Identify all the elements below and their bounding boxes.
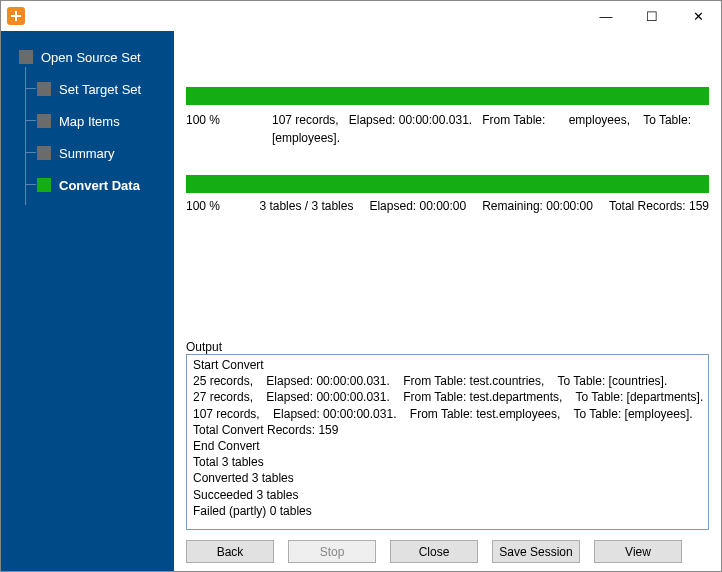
view-button[interactable]: View bbox=[594, 540, 682, 563]
sidebar-item-set-target-set[interactable]: Set Target Set bbox=[1, 73, 174, 105]
stop-button[interactable]: Stop bbox=[288, 540, 376, 563]
from-table-label: From Table: bbox=[482, 113, 545, 127]
output-text: Start Convert 25 records, Elapsed: 00:00… bbox=[193, 358, 703, 518]
table-remaining: Remaining: 00:00:00 bbox=[482, 199, 593, 213]
record-progress-percent: 100 % bbox=[186, 111, 266, 147]
sidebar-item-label: Summary bbox=[59, 146, 115, 161]
sidebar-item-summary[interactable]: Summary bbox=[1, 137, 174, 169]
sidebar-item-label: Convert Data bbox=[59, 178, 140, 193]
to-table-value: [employees]. bbox=[272, 131, 340, 145]
maximize-button[interactable]: ☐ bbox=[629, 1, 675, 31]
sidebar-item-label: Set Target Set bbox=[59, 82, 141, 97]
main-panel: 100 % 107 records, Elapsed: 00:00:00.031… bbox=[174, 31, 721, 571]
save-session-button[interactable]: Save Session bbox=[492, 540, 580, 563]
window-controls: — ☐ ✕ bbox=[583, 1, 721, 31]
from-table-value: employees, bbox=[569, 113, 630, 127]
sidebar-item-map-items[interactable]: Map Items bbox=[1, 105, 174, 137]
app-window: — ☐ ✕ Open Source Set Set Target Set bbox=[0, 0, 722, 572]
table-progress-section: 100 % 3 tables / 3 tables Elapsed: 00:00… bbox=[186, 175, 709, 213]
record-count: 107 records, bbox=[272, 113, 339, 127]
app-icon bbox=[7, 7, 25, 25]
footer-buttons: Back Stop Close Save Session View bbox=[186, 530, 709, 563]
record-elapsed: Elapsed: 00:00:00.031. bbox=[349, 113, 472, 127]
total-records: Total Records: 159 bbox=[609, 199, 709, 213]
to-table-label: To Table: bbox=[643, 113, 691, 127]
output-label: Output bbox=[186, 332, 709, 354]
output-textarea[interactable]: Start Convert 25 records, Elapsed: 00:00… bbox=[186, 354, 709, 530]
table-progress-bar bbox=[186, 175, 709, 193]
sidebar-item-open-source-set[interactable]: Open Source Set bbox=[1, 41, 174, 73]
close-button[interactable]: Close bbox=[390, 540, 478, 563]
sidebar-item-convert-data[interactable]: Convert Data bbox=[1, 169, 174, 201]
table-progress-percent: 100 % bbox=[186, 199, 243, 213]
close-window-button[interactable]: ✕ bbox=[675, 1, 721, 31]
sidebar-item-label: Open Source Set bbox=[41, 50, 141, 65]
record-progress-section: 100 % 107 records, Elapsed: 00:00:00.031… bbox=[186, 87, 709, 147]
step-box-icon bbox=[37, 178, 51, 192]
minimize-button[interactable]: — bbox=[583, 1, 629, 31]
step-box-icon bbox=[37, 146, 51, 160]
step-box-icon bbox=[37, 114, 51, 128]
sidebar-item-label: Map Items bbox=[59, 114, 120, 129]
step-box-icon bbox=[37, 82, 51, 96]
record-progress-detail: 107 records, Elapsed: 00:00:00.031. From… bbox=[272, 111, 691, 147]
table-count: 3 tables / 3 tables bbox=[259, 199, 353, 213]
record-progress-bar bbox=[186, 87, 709, 105]
titlebar: — ☐ ✕ bbox=[1, 1, 721, 31]
back-button[interactable]: Back bbox=[186, 540, 274, 563]
step-box-icon bbox=[19, 50, 33, 64]
sidebar: Open Source Set Set Target Set Map Items… bbox=[1, 31, 174, 571]
table-elapsed: Elapsed: 00:00:00 bbox=[369, 199, 466, 213]
